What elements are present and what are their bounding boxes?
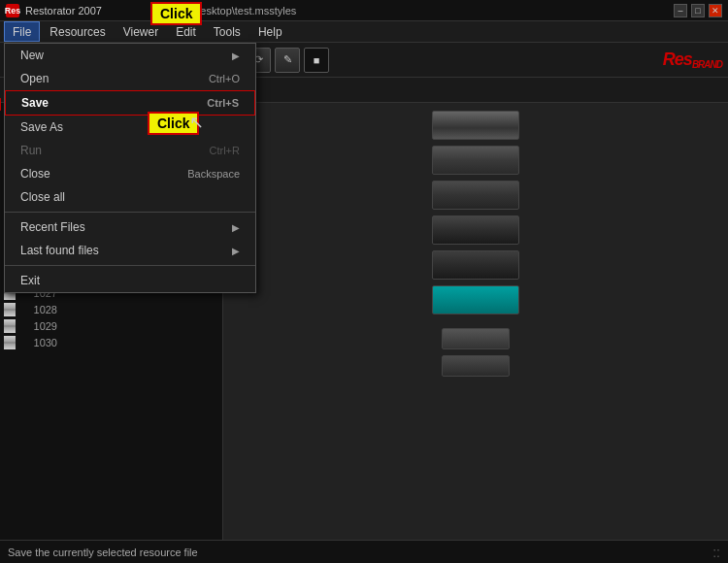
preview-thumb-1: [432, 111, 519, 140]
menu-item-recent-files[interactable]: Recent Files ▶: [5, 215, 255, 239]
preview-thumb-6: [432, 285, 519, 315]
title-bar: Res Restorator 2007 Click Jerry\Desktop\…: [0, 0, 728, 21]
dropdown-separator-1: [5, 212, 255, 213]
menu-resources[interactable]: Resources: [42, 21, 113, 42]
resource-bar-icon: [4, 336, 16, 349]
menu-item-exit[interactable]: Exit: [5, 269, 255, 292]
resource-number: 1028: [19, 304, 63, 315]
last-found-arrow-icon: ▶: [232, 246, 240, 256]
menu-item-new-label: New: [20, 49, 44, 62]
preview-thumb-8: [442, 355, 510, 377]
menu-tools[interactable]: Tools: [206, 21, 248, 42]
resource-bar-icon: [4, 303, 16, 316]
close-button[interactable]: ✕: [709, 4, 722, 17]
menu-item-close-all-label: Close all: [20, 190, 65, 204]
res-brand-sub: BRAND: [692, 59, 722, 70]
recent-arrow-icon: ▶: [232, 222, 240, 233]
preview-thumb-7: [442, 328, 510, 349]
status-text: Save the currently selected resource fil…: [8, 546, 198, 558]
open-shortcut: Ctrl+O: [209, 73, 240, 84]
menu-item-recent-files-label: Recent Files: [20, 220, 85, 234]
menu-item-run-label: Run: [20, 144, 42, 157]
list-item[interactable]: 1029: [0, 317, 222, 334]
res-brand: ResBRAND: [663, 50, 722, 70]
preview-thumb-4: [432, 215, 519, 245]
menu-item-close[interactable]: Close Backspace: [5, 162, 255, 185]
menu-file[interactable]: File: [4, 21, 40, 42]
menu-item-save-label: Save: [21, 96, 49, 110]
resource-bar-icon: [4, 319, 16, 333]
title-click-annotation: Click: [150, 2, 202, 25]
title-text: Restorator 2007: [25, 5, 102, 17]
menu-item-save-as[interactable]: Save As: [5, 116, 255, 139]
menu-item-run: Run Ctrl+R: [5, 139, 255, 162]
menu-item-new[interactable]: New ▶: [5, 44, 255, 67]
menu-item-close-all[interactable]: Close all: [5, 185, 255, 209]
resource-number: 1030: [19, 337, 63, 348]
run-shortcut: Ctrl+R: [210, 145, 240, 156]
title-bar-left: Res Restorator 2007 Click Jerry\Desktop\…: [6, 4, 296, 17]
toolbar-dark-icon[interactable]: ■: [304, 48, 329, 73]
list-item[interactable]: 1030: [0, 334, 222, 350]
menu-item-close-label: Close: [20, 167, 50, 181]
menu-bar: File Resources Viewer Edit Tools Help: [0, 21, 728, 43]
status-dots: ::: [712, 545, 720, 560]
menu-item-last-found-label: Last found files: [20, 244, 99, 257]
app-icon: Res: [6, 4, 19, 17]
save-shortcut: Ctrl+S: [207, 97, 239, 109]
maximize-button[interactable]: □: [691, 4, 705, 17]
menu-item-save-as-label: Save As: [20, 120, 63, 134]
close-shortcut: Backspace: [187, 168, 240, 180]
preview-thumb-5: [432, 250, 519, 280]
new-arrow-icon: ▶: [232, 50, 240, 61]
preview-thumb-3: [432, 181, 519, 210]
minimize-button[interactable]: –: [674, 4, 687, 17]
menu-item-save[interactable]: ◀ Save Ctrl+S: [5, 90, 255, 116]
menu-item-open[interactable]: Open Ctrl+O: [5, 67, 255, 90]
list-item[interactable]: 1028: [0, 301, 222, 317]
title-bar-controls: – □ ✕: [674, 4, 722, 17]
menu-item-last-found[interactable]: Last found files ▶: [5, 239, 255, 262]
toolbar-pencil-icon[interactable]: ✎: [275, 48, 300, 73]
menu-item-exit-label: Exit: [20, 274, 40, 287]
status-bar: Save the currently selected resource fil…: [0, 540, 728, 563]
preview-thumb-2: [432, 146, 519, 175]
save-click-annotation: Click: [148, 112, 199, 135]
dropdown-separator-2: [5, 265, 255, 266]
file-menu-dropdown: New ▶ Open Ctrl+O ◀ Save Ctrl+S Save As …: [4, 43, 256, 293]
resource-number: 1029: [19, 320, 63, 332]
menu-item-open-label: Open: [20, 72, 49, 85]
right-panel: [223, 103, 728, 540]
menu-help[interactable]: Help: [250, 21, 290, 42]
